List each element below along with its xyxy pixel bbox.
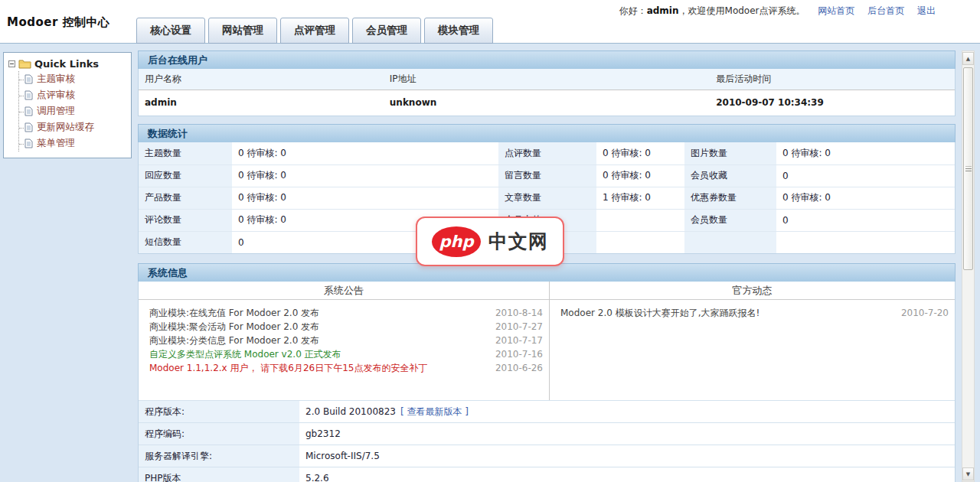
scroll-down-icon[interactable]: ▼ (962, 467, 974, 480)
stat-value: 1 待审核: 0 (596, 187, 684, 209)
server-info-table: 程序版本: 2.0 Build 20100823[ 查看最新版本 ] 程序编码:… (139, 400, 955, 482)
stat-value: 0 待审核: 0 (596, 164, 684, 187)
logout-link[interactable]: 退出 (917, 5, 936, 16)
announcement-item[interactable]: 自定义多类型点评系统 Modoer v2.0 正式发布 2010-7-16 (149, 347, 543, 361)
tab-core-settings[interactable]: 核心设置 (136, 18, 205, 44)
top-bar: Modoer 控制中心 你好：admin，欢迎使用Modoer点评系统。 网站首… (0, 0, 980, 44)
php-version: 5.2.6 (299, 467, 955, 482)
document-icon (24, 122, 33, 132)
official-news-heading: 官方动态 (550, 282, 955, 300)
news-date: 2010-7-20 (893, 306, 949, 320)
program-encoding: gb2312 (299, 423, 955, 445)
table-row: admin unknown 2010-09-07 10:34:39 (139, 90, 955, 116)
sidebar-item-review-audit[interactable]: 点评审核 (19, 87, 128, 103)
info-label: 程序编码: (139, 423, 299, 445)
info-label: 服务器解译引擎: (139, 445, 299, 467)
stat-label: 会员收藏 (684, 164, 776, 187)
sidebar-item-update-cache[interactable]: 更新网站缓存 (19, 119, 128, 135)
news-text: Modoer 2.0 模板设计大赛开始了,大家踊跃报名! (560, 306, 760, 320)
tab-site-manage[interactable]: 网站管理 (208, 18, 277, 44)
tab-review-manage[interactable]: 点评管理 (280, 18, 349, 44)
sidebar-item-menu-manage[interactable]: 菜单管理 (19, 135, 128, 151)
greeting-prefix: 你好： (619, 5, 647, 16)
stat-value: 0 (776, 164, 955, 187)
sidebar-item-label: 调用管理 (37, 105, 75, 118)
announcement-text: 商业模块:分类信息 For Modoer 2.0 发布 (149, 334, 319, 347)
greeting-suffix: ，欢迎使用Modoer点评系统。 (679, 5, 805, 16)
folder-icon (18, 59, 31, 69)
announcement-item[interactable]: 商业模块:分类信息 For Modoer 2.0 发布 2010-7-17 (149, 334, 543, 347)
table-row: PHP版本 5.2.6 (139, 467, 955, 482)
announcement-date: 2010-7-17 (488, 334, 543, 347)
info-label: PHP版本 (139, 467, 299, 482)
online-users-table: 用户名称 IP地址 最后活动时间 admin unknown 2010-09-0… (139, 69, 955, 116)
vertical-scrollbar[interactable]: ▲ ▼ (962, 50, 975, 482)
scrollbar-grip (965, 166, 972, 171)
stat-label: 优惠券数量 (684, 187, 776, 209)
stat-label: 短信数量 (139, 231, 232, 253)
tab-member-manage[interactable]: 会员管理 (352, 18, 421, 44)
program-version: 2.0 Build 20100823 (305, 406, 396, 417)
stat-label: 留言数量 (498, 164, 596, 187)
quick-links-list: 主题审核 点评审核 调用管理 更新网站缓存 菜单管理 (18, 71, 128, 151)
php-cn-watermark: php 中文网 (416, 217, 564, 266)
main-tabs: 核心设置 网站管理 点评管理 会员管理 模块管理 (136, 18, 493, 44)
tree-root-label: Quick Links (34, 58, 99, 70)
stat-value: 0 待审核: 0 (232, 187, 498, 209)
stat-value: 0 待审核: 0 (596, 142, 684, 164)
stat-label: 会员数量 (684, 209, 776, 231)
news-item[interactable]: Modoer 2.0 模板设计大赛开始了,大家踊跃报名! 2010-7-20 (560, 306, 949, 320)
server-engine: Microsoft-IIS/7.5 (299, 445, 955, 467)
announcement-date: 2010-7-16 (488, 347, 543, 361)
table-row: 主题数量 0 待审核: 0 点评数量 0 待审核: 0 图片数量 0 待审核: … (139, 142, 955, 164)
col-username: 用户名称 (139, 69, 384, 90)
info-label: 程序版本: (139, 401, 299, 423)
table-row: 程序编码: gb2312 (139, 423, 955, 445)
online-users-panel: 后台在线用户 用户名称 IP地址 最后活动时间 admin unknown 20… (138, 50, 956, 116)
sidebar-item-label: 点评审核 (37, 89, 75, 102)
site-home-link[interactable]: 网站首页 (818, 5, 854, 16)
user-bar: 你好：admin，欢迎使用Modoer点评系统。 网站首页 后台首页 退出 (619, 5, 936, 18)
scroll-up-icon[interactable]: ▲ (962, 52, 974, 65)
document-icon (24, 106, 33, 116)
sidebar-item-call-manage[interactable]: 调用管理 (19, 103, 128, 119)
sidebar-item-label: 菜单管理 (37, 137, 75, 150)
announcement-item[interactable]: 商业模块:在线充值 For Modoer 2.0 发布 2010-8-14 (149, 306, 543, 320)
check-latest-version-link[interactable]: [ 查看最新版本 ] (400, 406, 469, 417)
stat-label: 文章数量 (498, 187, 596, 209)
tab-module-manage[interactable]: 模块管理 (424, 18, 493, 44)
announcement-date: 2010-8-14 (488, 306, 543, 320)
stat-value: 0 待审核: 0 (232, 164, 498, 187)
stat-label: 图片数量 (684, 142, 776, 164)
announcement-text: 商业模块:在线充值 For Modoer 2.0 发布 (149, 306, 319, 320)
quick-links-panel: Quick Links 主题审核 点评审核 调用管理 更新网站缓存 菜单管理 (3, 52, 132, 158)
system-info-panel: 系统信息 系统公告 商业模块:在线充值 For Modoer 2.0 发布 20… (138, 263, 956, 482)
stat-label: 回应数量 (139, 164, 232, 187)
stats-title: 数据统计 (138, 124, 956, 142)
stat-value: 0 待审核: 0 (776, 187, 955, 209)
stat-value: 0 (776, 209, 955, 231)
announcement-text: 商业模块:聚会活动 For Modoer 2.0 发布 (149, 320, 319, 334)
username: admin (647, 5, 679, 16)
document-icon (24, 90, 33, 100)
main-content: 后台在线用户 用户名称 IP地址 最后活动时间 admin unknown 20… (138, 50, 956, 482)
stat-value: 0 待审核: 0 (776, 142, 955, 164)
stat-label (684, 231, 776, 253)
admin-home-link[interactable]: 后台首页 (867, 5, 904, 16)
scrollbar-thumb[interactable] (963, 67, 973, 270)
announcements-column: 系统公告 商业模块:在线充值 For Modoer 2.0 发布 2010-8-… (139, 282, 550, 400)
official-news-column: 官方动态 Modoer 2.0 模板设计大赛开始了,大家踊跃报名! 2010-7… (550, 282, 955, 400)
sidebar-item-topic-audit[interactable]: 主题审核 (19, 71, 128, 87)
announcement-item[interactable]: 商业模块:聚会活动 For Modoer 2.0 发布 2010-7-27 (149, 320, 543, 334)
collapse-icon[interactable] (8, 60, 15, 67)
stat-value (596, 231, 684, 253)
watermark-text: 中文网 (488, 229, 548, 254)
announcement-item[interactable]: Modoer 1.1,1.2.x 用户， 请下载6月26日下午15点发布的安全补… (149, 361, 543, 375)
tree-root[interactable]: Quick Links (8, 58, 128, 70)
table-row: 回应数量 0 待审核: 0 留言数量 0 待审核: 0 会员收藏 0 (139, 164, 955, 187)
php-logo-icon: php (432, 226, 481, 257)
col-ip: IP地址 (384, 69, 710, 90)
stat-label: 主题数量 (139, 142, 232, 164)
page-title: Modoer 控制中心 (7, 15, 110, 30)
announcement-text: 自定义多类型点评系统 Modoer v2.0 正式发布 (149, 347, 341, 361)
